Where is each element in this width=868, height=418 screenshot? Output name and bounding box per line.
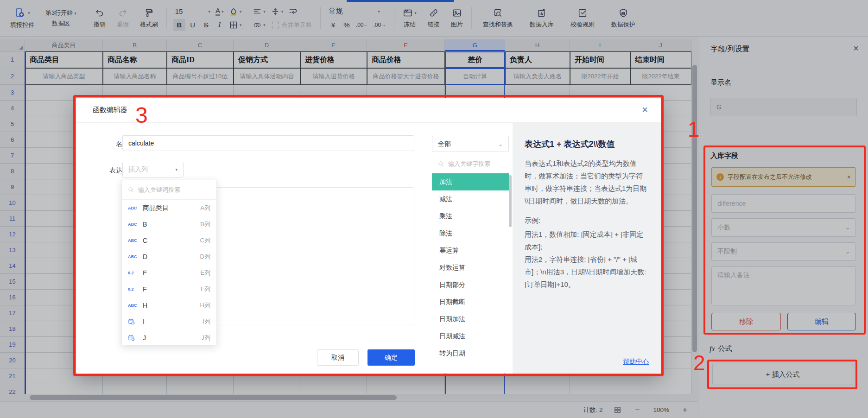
- function-item[interactable]: 减法: [432, 190, 509, 208]
- date-type-icon: [128, 318, 135, 325]
- dialog-header: 函数编辑器 ×: [76, 98, 661, 123]
- number-type-icon: 0.2: [128, 271, 139, 275]
- caret-icon: ▾: [175, 167, 177, 172]
- function-item-selected[interactable]: 加法: [432, 173, 509, 190]
- function-catalogue: 全部 ⌄ 输入关键字搜索 加法 减法 乘法 除法 幂运算 对数运算 日期部分 日…: [432, 136, 513, 362]
- function-doc-panel: 表达式1 + 表达式2\\数值 当表达式1和表达式2的类型均为数值时，做算术加法…: [513, 123, 661, 374]
- doc-body: 当表达式1和表达式2的类型均为数值时，做算术加法；当它们的类型为字符串时，做字符…: [525, 157, 649, 207]
- function-list: 加法 减法 乘法 除法 幂运算 对数运算 日期部分 日期截断 日期加法 日期减法…: [432, 173, 509, 362]
- text-type-icon: ABC: [128, 254, 139, 259]
- insert-column-placeholder: 插入列: [128, 165, 148, 174]
- column-ref: C列: [200, 236, 210, 245]
- function-editor-dialog: 函数编辑器 × 3 名称 calculate 表达式 插入列 ▾ 输入关键词搜索…: [76, 98, 661, 374]
- close-icon[interactable]: ×: [642, 104, 648, 116]
- number-type-icon: 0.2: [128, 287, 139, 291]
- column-ref: F列: [201, 285, 210, 293]
- column-name: E: [143, 269, 196, 277]
- column-option[interactable]: ABCCC列: [122, 232, 216, 248]
- annotation-number-3: 3: [135, 104, 148, 127]
- dialog-title: 函数编辑器: [93, 106, 127, 114]
- function-category-value: 全部: [438, 140, 451, 148]
- column-option[interactable]: 0.2EE列: [122, 265, 216, 281]
- column-name: I: [143, 318, 199, 325]
- function-item[interactable]: 日期截断: [432, 293, 509, 310]
- column-ref: B列: [200, 220, 210, 228]
- column-name: J: [143, 334, 198, 342]
- function-item[interactable]: 日期加法: [432, 310, 509, 328]
- function-search-placeholder: 输入关键字搜索: [448, 160, 490, 168]
- column-name: F: [143, 285, 197, 293]
- column-option[interactable]: ABCBB列: [122, 216, 216, 232]
- doc-title: 表达式1 + 表达式2\\数值: [525, 139, 649, 150]
- search-icon: [127, 186, 134, 193]
- text-type-icon: ABC: [128, 303, 139, 308]
- function-item[interactable]: 日期减法: [432, 328, 509, 345]
- insert-column-select[interactable]: 插入列 ▾: [122, 162, 184, 177]
- column-ref: J列: [202, 334, 211, 342]
- chevron-down-icon: ⌄: [498, 141, 503, 147]
- column-option[interactable]: ABC商品类目A列: [122, 200, 216, 216]
- function-name-value: calculate: [128, 139, 154, 147]
- function-item[interactable]: 除法: [432, 225, 509, 242]
- function-item[interactable]: 转为日期: [432, 345, 509, 362]
- column-option[interactable]: ABCHH列: [122, 297, 216, 313]
- function-item[interactable]: 幂运算: [432, 242, 509, 259]
- function-item[interactable]: 日期部分: [432, 276, 509, 293]
- column-dropdown: 输入关键词搜索 ABC商品类目A列 ABCBB列 ABCCC列 ABCDD列 0…: [121, 180, 217, 345]
- app-window: ▾ 填报控件 第3行开始▾ 数据区 撤销 重做 格式刷 15▾ A▾: [0, 0, 868, 418]
- date-type-icon: [128, 334, 135, 341]
- column-option[interactable]: JJ列: [122, 329, 216, 346]
- column-option[interactable]: 0.2FF列: [122, 281, 216, 297]
- function-list-scrollbar-thumb[interactable]: [509, 175, 512, 227]
- column-search-placeholder: 输入关键词搜索: [138, 186, 180, 194]
- ok-button[interactable]: 确定: [367, 349, 415, 366]
- doc-example: 用法1，数值相加: [固定成本] + [非固定成本]; 用法2，字符串连接: […: [525, 228, 649, 291]
- function-item[interactable]: 对数运算: [432, 259, 509, 276]
- column-ref: I列: [203, 317, 210, 326]
- column-name: H: [143, 302, 196, 309]
- column-name: B: [143, 221, 196, 228]
- search-icon: [437, 160, 444, 167]
- column-name: D: [143, 253, 196, 260]
- text-type-icon: ABC: [128, 206, 139, 210]
- column-ref: E列: [200, 269, 210, 277]
- doc-example-label: 示例:: [525, 216, 649, 225]
- column-option[interactable]: II列: [122, 313, 216, 329]
- function-category-select[interactable]: 全部 ⌄: [432, 136, 509, 152]
- function-item[interactable]: 乘法: [432, 208, 509, 225]
- column-ref: H列: [200, 301, 210, 310]
- text-type-icon: ABC: [128, 238, 139, 243]
- help-center-link[interactable]: 帮助中心: [623, 358, 649, 366]
- cancel-button[interactable]: 取消: [317, 349, 359, 366]
- column-search-input[interactable]: 输入关键词搜索: [122, 180, 216, 200]
- function-search-input[interactable]: 输入关键字搜索: [432, 155, 509, 173]
- function-name-input[interactable]: calculate: [122, 135, 414, 151]
- column-ref: A列: [200, 204, 210, 212]
- text-type-icon: ABC: [128, 222, 139, 227]
- column-option[interactable]: ABCDD列: [122, 248, 216, 265]
- column-name: 商品类目: [143, 204, 196, 212]
- column-ref: D列: [200, 253, 210, 261]
- column-name: C: [143, 237, 196, 244]
